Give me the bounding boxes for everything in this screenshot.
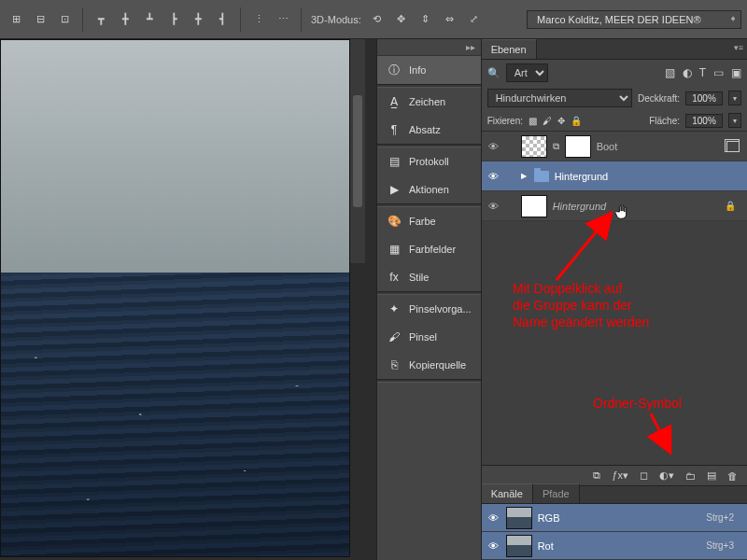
panel-pinselvorgaben[interactable]: ✦Pinselvorga... [377, 295, 481, 323]
clone-icon: ⎘ [387, 358, 402, 371]
panel-info[interactable]: ⓘInfo [377, 56, 481, 84]
link-layers-icon[interactable]: ⧉ [593, 469, 600, 482]
lock-all-icon[interactable]: 🔒 [571, 116, 582, 126]
document-canvas[interactable] [0, 39, 350, 557]
collapse-button[interactable]: ▸▸ [377, 39, 481, 56]
color-icon: 🎨 [387, 215, 402, 228]
panel-pinsel[interactable]: 🖌Pinsel [377, 323, 481, 351]
channel-row-rgb[interactable]: 👁 RGB Strg+2 [482, 504, 747, 532]
layer-row-group[interactable]: 👁 ▶ Hintergrund [482, 161, 747, 191]
panel-label: Pinselvorga... [409, 303, 472, 315]
dolly-icon[interactable]: ⇕ [416, 10, 436, 29]
fx-icon[interactable]: ƒx▾ [612, 469, 628, 482]
blend-mode-select[interactable]: Hindurchwirken [487, 89, 632, 107]
folder-icon [534, 171, 549, 182]
layer-thumb[interactable] [521, 195, 547, 217]
workspace-select[interactable]: Marco Kolditz, MEER DER IDEEN® [527, 10, 741, 29]
panel-farbe[interactable]: 🎨Farbe [377, 207, 481, 235]
filter-kind-select[interactable]: Art [506, 63, 548, 82]
opacity-value[interactable]: 100% [685, 91, 723, 105]
filter-type-icon[interactable]: T [699, 66, 706, 79]
panel-menu-icon[interactable]: ▾≡ [734, 43, 743, 52]
fill-dropdown[interactable]: ▾ [728, 113, 741, 128]
align-right-icon[interactable]: ┫ [212, 10, 233, 29]
new-group-icon[interactable]: 🗀 [685, 470, 696, 482]
layer-filter-row: 🔍 Art ▧ ◐ T ▭ ▣ [482, 60, 747, 86]
visibility-icon[interactable]: 👁 [487, 201, 500, 212]
opacity-dropdown[interactable]: ▾ [728, 91, 741, 105]
visibility-icon[interactable]: 👁 [487, 171, 500, 182]
align-bottom-icon[interactable]: ┻ [139, 10, 160, 29]
layer-name[interactable]: Hintergrund [553, 201, 606, 212]
visibility-icon[interactable]: 👁 [487, 141, 500, 152]
layer-name[interactable]: Boot [597, 141, 618, 152]
lock-transparent-icon[interactable]: ▩ [529, 116, 537, 126]
panel-label: Info [409, 64, 426, 76]
layer-thumb[interactable] [521, 135, 547, 158]
panel-stile[interactable]: fxStile [377, 263, 481, 291]
layers-tabs: Ebenen ▾≡ [482, 39, 747, 60]
filter-pixel-icon[interactable]: ▧ [665, 66, 675, 79]
filter-smart-icon[interactable]: ▣ [731, 66, 741, 79]
channel-row-rot[interactable]: 👁 Rot Strg+3 [482, 532, 747, 560]
dist-icon[interactable]: ⋮ [248, 10, 269, 29]
delete-icon[interactable]: 🗑 [727, 470, 738, 482]
panel-label: Kopierquelle [409, 359, 466, 371]
mask-icon[interactable]: ◻ [640, 469, 648, 482]
visibility-icon[interactable]: 👁 [487, 512, 500, 524]
tab-kanaele[interactable]: Kanäle [482, 483, 533, 503]
fill-label: Fläche: [649, 116, 680, 126]
visibility-icon[interactable]: 👁 [487, 540, 500, 552]
search-icon: 🔍 [487, 67, 500, 79]
new-layer-icon[interactable]: ▤ [707, 469, 716, 482]
tab-pfade[interactable]: Pfade [533, 483, 580, 503]
filter-adjust-icon[interactable]: ◐ [683, 66, 692, 79]
panel-label: Aktionen [409, 184, 449, 195]
filter-shape-icon[interactable]: ▭ [713, 66, 724, 79]
panel-farbfelder[interactable]: ▦Farbfelder [377, 235, 481, 263]
align-group: ┳ ╋ ┻ ┣ ╋ ┫ [91, 7, 241, 32]
panel-protokoll[interactable]: ▤Protokoll [377, 147, 481, 175]
channel-shortcut: Strg+2 [706, 512, 734, 523]
lock-position-icon[interactable]: ✥ [557, 116, 565, 126]
align-vc-icon[interactable]: ╋ [115, 10, 135, 29]
channel-shortcut: Strg+3 [706, 540, 734, 551]
align-top-icon[interactable]: ┳ [91, 10, 111, 29]
orbit-icon[interactable]: ⟲ [367, 10, 388, 29]
group-disclosure-icon[interactable]: ▶ [521, 172, 527, 180]
panel-aktionen[interactable]: ▶Aktionen [377, 175, 481, 203]
tool-icon[interactable]: ⊟ [30, 10, 50, 29]
layer-dup-icon[interactable] [726, 141, 740, 152]
actions-icon: ▶ [387, 183, 402, 196]
panel-zeichen[interactable]: A̲Zeichen [377, 88, 481, 116]
panel-label: Farbe [409, 216, 436, 227]
tool-icon[interactable]: ⊞ [6, 10, 26, 29]
panel-kopierquelle[interactable]: ⎘Kopierquelle [377, 351, 481, 379]
channels-tabs: Kanäle Pfade [482, 485, 747, 504]
layer-row-boot[interactable]: 👁 ⧉ Boot [482, 132, 747, 161]
workspace-switcher[interactable]: Marco Kolditz, MEER DER IDEEN® [527, 10, 741, 29]
layers-footer: ⧉ ƒx▾ ◻ ◐▾ 🗀 ▤ 🗑 [482, 465, 747, 485]
panel-absatz[interactable]: ¶Absatz [377, 116, 481, 144]
tab-ebenen[interactable]: Ebenen [482, 39, 537, 59]
vertical-scrollbar[interactable] [350, 39, 365, 263]
slide-icon[interactable]: ⇔ [440, 10, 460, 29]
layers-column: Ebenen ▾≡ 🔍 Art ▧ ◐ T ▭ ▣ Hindurchwirken… [482, 39, 747, 560]
channel-name: RGB [538, 512, 560, 524]
lock-pixels-icon[interactable]: 🖌 [543, 116, 552, 126]
scale-icon[interactable]: ⤢ [464, 10, 485, 29]
history-icon: ▤ [387, 155, 402, 168]
opacity-label: Deckkraft: [638, 93, 680, 104]
layer-name[interactable]: Hintergrund [555, 171, 608, 182]
channel-thumb [506, 507, 532, 529]
fill-value[interactable]: 100% [685, 114, 723, 128]
tool-icon[interactable]: ⊡ [54, 10, 75, 29]
mode3d-label: 3D-Modus: [311, 14, 361, 25]
align-left-icon[interactable]: ┣ [163, 10, 184, 29]
mask-link-icon[interactable]: ⧉ [553, 141, 559, 152]
dist-icon[interactable]: ⋯ [273, 10, 293, 29]
adjustment-icon[interactable]: ◐▾ [659, 469, 674, 482]
pan-icon[interactable]: ✥ [391, 10, 412, 29]
mask-thumb[interactable] [565, 135, 591, 158]
align-hc-icon[interactable]: ╋ [188, 10, 208, 29]
